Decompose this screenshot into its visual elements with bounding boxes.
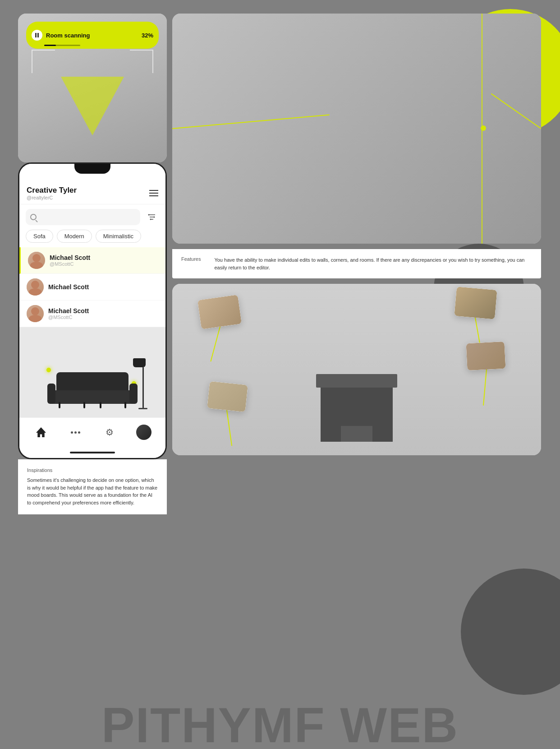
phone-notch bbox=[74, 164, 110, 174]
tag-sofa[interactable]: Sofa bbox=[26, 230, 53, 243]
avatar-head bbox=[31, 281, 39, 289]
hamburger-line bbox=[149, 190, 158, 191]
panel-room-corner bbox=[172, 14, 541, 244]
floating-thumbnail-3 bbox=[466, 342, 505, 370]
user-avatar bbox=[27, 305, 44, 322]
main-content: Room scanning 32% bbox=[18, 14, 541, 514]
svg-point-5 bbox=[148, 214, 150, 216]
user-avatar-inner bbox=[27, 278, 44, 296]
floating-thumbnail-2 bbox=[454, 287, 497, 319]
nav-profile-button[interactable] bbox=[134, 423, 153, 442]
sofa-leg bbox=[124, 402, 126, 408]
user-avatar bbox=[28, 252, 45, 269]
ar-phone-ui: Room scanning 32% bbox=[26, 22, 159, 49]
avatar-head bbox=[31, 307, 39, 315]
avatar-body bbox=[29, 315, 41, 322]
ar-pause-button[interactable] bbox=[32, 30, 42, 41]
connector-line-1 bbox=[210, 327, 220, 362]
corner-line-diagonal-left bbox=[172, 114, 330, 129]
sofa-arm-right bbox=[129, 384, 138, 404]
features-text-area: Features You have the ability to make in… bbox=[172, 249, 541, 278]
phone-header-left: Creative Tyler @realtylerC bbox=[27, 186, 77, 200]
ar-background: Room scanning 32% bbox=[18, 14, 167, 162]
panel-floating-screens bbox=[172, 284, 541, 455]
user-info: Michael Scott bbox=[48, 283, 89, 291]
user-handle: @MScottC bbox=[48, 314, 89, 320]
phone-search-row bbox=[19, 204, 165, 230]
phone-users-list: Michael Scott @MScottC Michael Sco bbox=[19, 247, 165, 327]
pedestal-top bbox=[316, 374, 397, 388]
phone-header: Creative Tyler @realtylerC bbox=[19, 180, 165, 204]
sofa-leg bbox=[100, 402, 101, 408]
user-item[interactable]: Michael Scott bbox=[19, 274, 165, 301]
lamp-pole bbox=[142, 367, 144, 408]
ar-lidar-cone bbox=[61, 77, 124, 135]
watermark-text: PITHYMF WEB bbox=[0, 696, 560, 749]
features-label: Features bbox=[181, 256, 201, 268]
user-avatar bbox=[27, 278, 44, 296]
phone-sofa-area bbox=[19, 327, 165, 417]
lamp-base bbox=[138, 408, 147, 409]
inspirations-description: Sometimes it's challenging to decide on … bbox=[27, 476, 158, 506]
left-column: Room scanning 32% bbox=[18, 14, 167, 514]
tag-modern[interactable]: Modern bbox=[57, 230, 92, 243]
user-avatar-inner bbox=[27, 305, 44, 322]
profile-avatar bbox=[136, 425, 151, 440]
panel-ar-scan: Room scanning 32% bbox=[18, 14, 167, 162]
sofa-arm-left bbox=[47, 384, 55, 404]
svg-point-6 bbox=[154, 217, 155, 218]
user-item[interactable]: Michael Scott @MScottC bbox=[19, 247, 165, 274]
thumbnail-image-4 bbox=[207, 381, 248, 412]
user-avatar-inner bbox=[28, 252, 45, 269]
dots-icon bbox=[71, 431, 80, 434]
floating-visual bbox=[172, 284, 541, 455]
connector-line-3 bbox=[483, 370, 487, 406]
ar-cone-shape bbox=[61, 77, 124, 135]
floating-thumbnail-1 bbox=[197, 295, 242, 329]
connector-line-4 bbox=[226, 410, 232, 446]
inspirations-label: Inspirations bbox=[27, 467, 158, 473]
sofa-leg bbox=[59, 402, 60, 408]
avatar-body bbox=[30, 262, 43, 269]
phone-bottom-indicator bbox=[19, 447, 165, 458]
avatar-body bbox=[29, 288, 41, 296]
features-description: You have the ability to make individual … bbox=[214, 256, 532, 271]
pedestal-body bbox=[321, 388, 393, 442]
hamburger-line bbox=[149, 195, 158, 196]
decorative-circle-dark-large bbox=[461, 569, 560, 695]
svg-point-7 bbox=[150, 219, 151, 220]
avatar-head bbox=[32, 254, 41, 262]
user-info: Michael Scott @MScottC bbox=[50, 254, 90, 267]
hamburger-menu-button[interactable] bbox=[149, 190, 158, 196]
user-item[interactable]: Michael Scott @MScottC bbox=[19, 301, 165, 327]
sofa-visual bbox=[47, 368, 138, 408]
nav-dots-button[interactable] bbox=[66, 423, 85, 442]
nav-settings-button[interactable]: ⚙ bbox=[100, 423, 119, 442]
home-indicator bbox=[70, 452, 115, 453]
pedestal-notch bbox=[341, 426, 372, 442]
user-handle: @MScottC bbox=[50, 261, 90, 267]
inspirations-block: Inspirations Sometimes it's challenging … bbox=[18, 459, 167, 514]
ar-progress-bar bbox=[44, 45, 80, 46]
floating-thumbnail-4 bbox=[207, 381, 248, 412]
ar-scan-label: Room scanning bbox=[46, 32, 138, 39]
lamp-visual bbox=[138, 358, 147, 409]
lamp-head bbox=[133, 358, 146, 367]
filter-icon[interactable] bbox=[145, 210, 159, 224]
search-input-box[interactable] bbox=[26, 209, 140, 225]
phone-nav-bar: ⚙ bbox=[19, 417, 165, 447]
app-name: Creative Tyler bbox=[27, 186, 77, 195]
corner-dot bbox=[481, 125, 486, 131]
thumbnail-image-1 bbox=[197, 295, 242, 329]
main-layout: Room scanning 32% bbox=[18, 14, 541, 514]
user-name: Michael Scott bbox=[48, 307, 89, 314]
ar-scan-percent: 32% bbox=[142, 32, 153, 39]
user-name: Michael Scott bbox=[50, 254, 90, 261]
tag-minimalistic[interactable]: Minimalistic bbox=[96, 230, 141, 243]
gear-icon: ⚙ bbox=[106, 427, 114, 438]
ar-progress-fill bbox=[44, 45, 56, 46]
user-info: Michael Scott @MScottC bbox=[48, 307, 89, 320]
nav-home-button[interactable] bbox=[32, 423, 50, 442]
app-handle: @realtylerC bbox=[27, 195, 77, 200]
thumbnail-image-2 bbox=[454, 287, 497, 319]
